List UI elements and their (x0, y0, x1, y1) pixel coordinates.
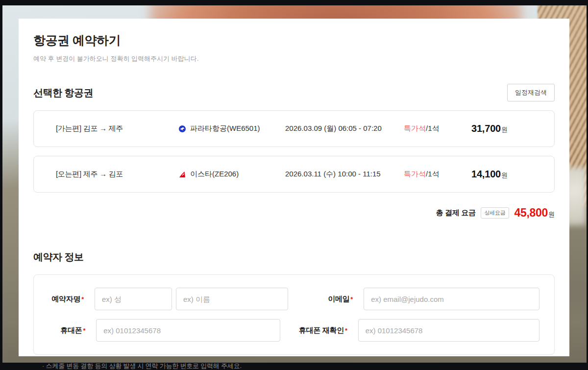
total-payment-row: 총 결제 요금 상세요금 45,800원 (33, 205, 555, 220)
required-asterisk: * (81, 296, 84, 303)
booker-info-form: 예약자명* 이메일* 휴대폰* 휴대폰 재확인* (33, 274, 555, 355)
parata-airlines-logo-icon (178, 125, 186, 133)
flight-row-outbound: [가는편] 김포 → 제주 파라타항공(WE6501) 2026.03.09 (… (33, 110, 555, 147)
total-payment-currency: 원 (548, 211, 555, 218)
page-title: 항공권 예약하기 (33, 32, 555, 49)
flight-airline: 파라타항공(WE6501) (190, 124, 260, 133)
flight-price-currency: 원 (501, 126, 508, 133)
reschedule-search-button[interactable]: 일정재검색 (507, 84, 555, 101)
flight-direction: [가는편] 김포 → 제주 (56, 124, 178, 133)
selected-flights-heading: 선택한 항공권 (33, 86, 93, 99)
booking-panel: 항공권 예약하기 예약 후 변경이 불가하오니 정확히 입력해주시기 바랍니다.… (19, 19, 569, 356)
flight-airline: 이스타(ZE206) (190, 170, 239, 179)
email-input[interactable] (364, 288, 539, 310)
required-asterisk: * (83, 327, 85, 334)
eastar-jet-logo-icon (178, 171, 186, 178)
flight-row-return: [오는편] 제주 → 김포 이스타(ZE206) 2026.03.11 (수) … (33, 156, 555, 193)
page-subtitle: 예약 후 변경이 불가하오니 정확히 입력해주시기 바랍니다. (33, 54, 555, 63)
flight-direction: [오는편] 제주 → 김포 (56, 170, 178, 179)
flight-schedule: 2026.03.11 (수) 10:00 - 11:15 (285, 170, 404, 179)
total-payment-label: 총 결제 요금 (436, 208, 475, 218)
flight-seat-class: 특가석 (404, 124, 426, 132)
flight-price: 14,100 (471, 169, 501, 179)
email-label: 이메일* (302, 295, 353, 304)
fare-detail-button[interactable]: 상세요금 (481, 207, 510, 219)
schedule-change-note: · 스케줄 변동 결항 등의 상황 발생 시 연락 가능한 번호로 입력해 주세… (33, 362, 555, 370)
flight-schedule: 2026.03.09 (월) 06:05 - 07:20 (285, 124, 404, 133)
phone-confirm-input[interactable] (358, 319, 539, 342)
flight-seat-class: 특가석 (404, 170, 426, 178)
booker-name-label: 예약자명* (49, 295, 84, 304)
phone-confirm-label: 휴대폰 재확인* (289, 326, 347, 335)
required-asterisk: * (350, 296, 353, 303)
phone-input[interactable] (96, 319, 280, 342)
flight-price-currency: 원 (501, 172, 508, 179)
total-payment-amount: 45,800 (514, 206, 548, 219)
flight-seat-count: /1석 (426, 124, 440, 132)
first-name-input[interactable] (176, 288, 288, 310)
last-name-input[interactable] (95, 288, 172, 310)
required-asterisk: * (345, 327, 347, 334)
booker-info-heading: 예약자 정보 (33, 250, 555, 264)
flight-seat-count: /1석 (426, 170, 440, 178)
flight-price: 31,700 (471, 123, 501, 134)
phone-label: 휴대폰* (49, 326, 85, 335)
